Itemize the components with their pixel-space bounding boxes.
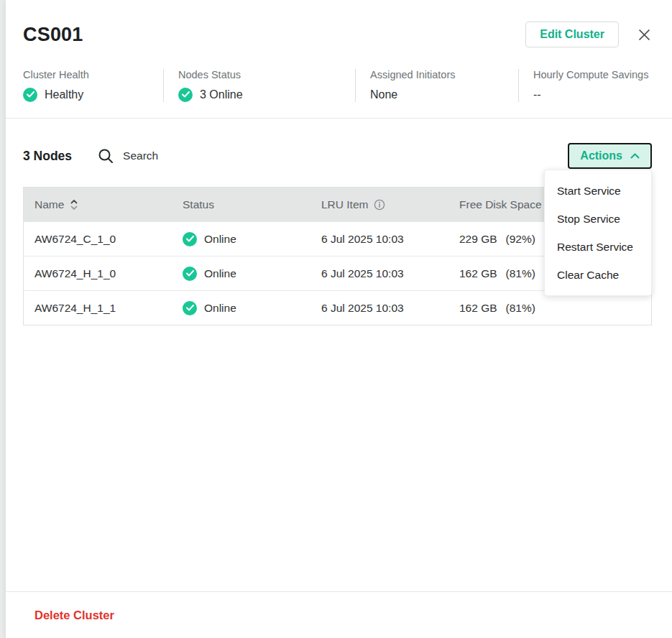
check-circle-icon xyxy=(183,267,197,281)
column-label: Name xyxy=(34,198,64,211)
nodes-toolbar: 3 Nodes Actions xyxy=(23,143,652,169)
stat-assigned-initiators: Assigned Initiators None xyxy=(355,69,518,102)
actions-button[interactable]: Actions xyxy=(568,143,652,169)
menu-item-clear-cache[interactable]: Clear Cache xyxy=(545,261,651,289)
cell-lru-item: 6 Jul 2025 10:03 xyxy=(310,233,448,246)
stat-label: Hourly Compute Savings xyxy=(533,69,652,80)
cluster-stats: Cluster Health Healthy Nodes Status 3 On… xyxy=(23,69,652,118)
delete-cluster-button[interactable]: Delete Cluster xyxy=(34,609,114,622)
column-header-name[interactable]: Name xyxy=(24,198,172,211)
nodes-count-label: 3 Nodes xyxy=(23,149,72,164)
sort-arrows-icon xyxy=(70,198,78,211)
disk-value: 162 GB xyxy=(459,267,497,280)
column-label: Free Disk Space xyxy=(459,198,542,211)
info-circle-icon[interactable] xyxy=(374,199,385,211)
actions-dropdown-menu: Start Service Stop Service Restart Servi… xyxy=(544,170,652,296)
cell-node-status: Online xyxy=(172,267,310,281)
stat-label: Cluster Health xyxy=(23,69,163,80)
check-circle-icon xyxy=(183,301,197,315)
column-header-lru-item: LRU Item xyxy=(310,198,448,211)
panel-header: CS001 Edit Cluster Cluster Health xyxy=(6,0,672,119)
panel-body: 3 Nodes Actions Na xyxy=(6,119,672,325)
panel-footer: Delete Cluster xyxy=(6,591,672,638)
status-text: Online xyxy=(204,267,236,280)
actions-button-label: Actions xyxy=(580,149,622,162)
disk-value: 229 GB xyxy=(459,233,497,246)
disk-percent: (92%) xyxy=(506,233,535,246)
stat-label: Assigned Initiators xyxy=(370,69,518,80)
column-label: Status xyxy=(183,198,214,211)
stat-label: Nodes Status xyxy=(178,69,355,80)
cell-lru-item: 6 Jul 2025 10:03 xyxy=(310,302,448,315)
stat-value: 3 Online xyxy=(200,88,243,101)
cell-node-name: AW6724_C_1_0 xyxy=(24,233,172,246)
column-label: LRU Item xyxy=(321,198,368,211)
close-icon xyxy=(638,29,650,41)
close-button[interactable] xyxy=(636,27,652,42)
search-box xyxy=(98,148,238,165)
search-icon xyxy=(98,148,114,165)
stat-hourly-compute-savings: Hourly Compute Savings -- xyxy=(518,69,652,102)
column-header-status: Status xyxy=(172,198,310,211)
cell-free-disk-space: 162 GB (81%) xyxy=(448,302,651,315)
stat-value: None xyxy=(370,88,397,101)
cell-node-name: AW6724_H_1_0 xyxy=(24,267,172,280)
status-text: Online xyxy=(204,233,236,246)
status-text: Online xyxy=(204,302,236,315)
cell-node-name: AW6724_H_1_1 xyxy=(24,302,172,315)
menu-item-start-service[interactable]: Start Service xyxy=(545,177,651,205)
check-circle-icon xyxy=(183,232,197,246)
chevron-up-icon xyxy=(630,153,640,159)
stat-cluster-health: Cluster Health Healthy xyxy=(23,69,163,102)
menu-item-stop-service[interactable]: Stop Service xyxy=(545,205,651,233)
cluster-detail-panel: CS001 Edit Cluster Cluster Health xyxy=(6,0,672,638)
cell-lru-item: 6 Jul 2025 10:03 xyxy=(310,267,448,280)
menu-item-restart-service[interactable]: Restart Service xyxy=(545,233,651,261)
stat-value: Healthy xyxy=(45,88,83,101)
stat-nodes-status: Nodes Status 3 Online xyxy=(163,69,355,102)
stat-value: -- xyxy=(533,88,541,101)
disk-value: 162 GB xyxy=(459,302,497,315)
check-circle-icon xyxy=(178,88,193,102)
cell-node-status: Online xyxy=(172,301,310,315)
disk-percent: (81%) xyxy=(506,267,535,280)
check-circle-icon xyxy=(23,88,37,102)
search-input[interactable] xyxy=(123,149,238,162)
cell-node-status: Online xyxy=(172,232,310,246)
page-title: CS001 xyxy=(23,24,83,46)
disk-percent: (81%) xyxy=(506,302,535,315)
edit-cluster-button[interactable]: Edit Cluster xyxy=(525,22,619,47)
